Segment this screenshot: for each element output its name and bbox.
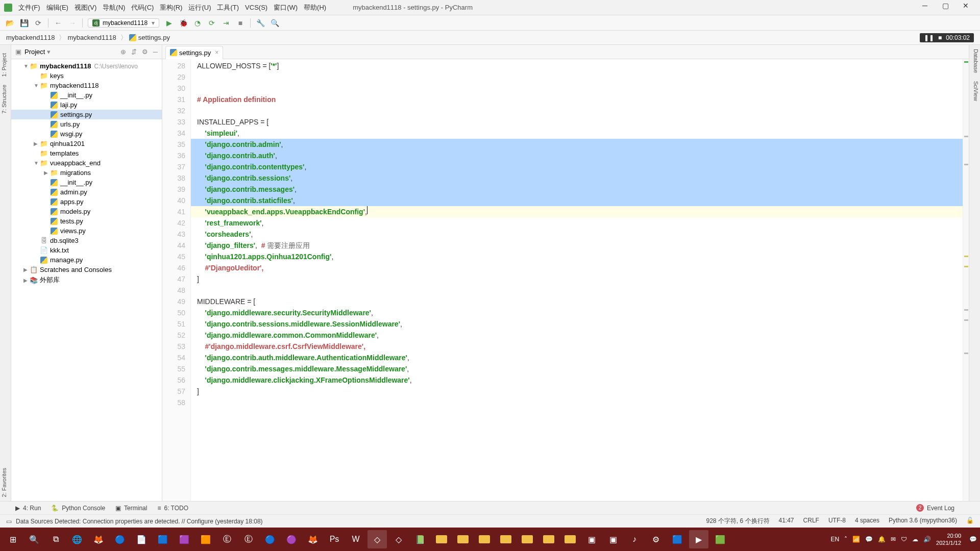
code-line[interactable]: 'django.contrib.contenttypes', <box>191 161 963 172</box>
settings-icon[interactable]: ⚙ <box>142 48 148 56</box>
app-icon[interactable]: 🟪 <box>175 530 194 548</box>
code-line[interactable]: 'django.contrib.sessions', <box>191 172 963 184</box>
status-indent[interactable]: 4 spaces <box>855 517 879 525</box>
app-icon[interactable]: 🟣 <box>282 530 301 548</box>
tree-item[interactable]: tests.py <box>11 216 162 226</box>
code-line[interactable]: 'django.contrib.admin', <box>191 139 963 150</box>
app-icon[interactable]: 🌐 <box>67 530 87 548</box>
menu-item[interactable]: VCS(S) <box>245 4 267 11</box>
tray-icon[interactable]: ✉ <box>891 536 896 543</box>
menu-item[interactable]: 视图(V) <box>75 4 96 11</box>
side-tab-sciview[interactable]: SciView <box>969 77 980 105</box>
breadcrumb-item[interactable]: settings.py <box>138 34 170 41</box>
tree-item[interactable]: 📄kkk.txt <box>11 245 162 255</box>
code-line[interactable] <box>191 83 963 94</box>
editor-body[interactable]: 2829303132333435363738394041424344454647… <box>162 59 969 501</box>
side-tab-structure[interactable]: 7: Structure <box>0 81 11 118</box>
search-button[interactable]: 🔍 <box>24 530 44 548</box>
folder-icon[interactable] <box>539 530 558 548</box>
app-icon[interactable]: 🟩 <box>710 530 730 548</box>
code-line[interactable] <box>191 105 963 116</box>
app-icon[interactable]: 🔵 <box>260 530 280 548</box>
folder-icon[interactable] <box>496 530 516 548</box>
marker-strip[interactable] <box>963 59 969 501</box>
tree-item[interactable]: ▼📁vueappback_end <box>11 158 162 168</box>
menu-item[interactable]: 编辑(E) <box>46 4 68 11</box>
tray-icon[interactable]: 📶 <box>852 536 860 543</box>
app-icon[interactable]: ▣ <box>603 530 623 548</box>
run-tool-tab[interactable]: ▶ 4: Run <box>15 505 41 512</box>
debug-button[interactable]: 🐞 <box>179 18 188 28</box>
app-icon[interactable]: 🟧 <box>196 530 215 548</box>
task-view-button[interactable]: ⧉ <box>46 530 65 548</box>
tree-item[interactable]: 🗄db.sqlite3 <box>11 236 162 245</box>
app-icon[interactable]: ⚙ <box>646 530 666 548</box>
code-line[interactable]: #'DjangoUeditor', <box>191 262 963 273</box>
menu-item[interactable]: 文件(F) <box>18 4 40 11</box>
app-icon[interactable]: 🦊 <box>89 530 108 548</box>
pause-icon[interactable]: ❚❚ <box>924 34 934 41</box>
python-console-tab[interactable]: 🐍 Python Console <box>51 505 105 512</box>
code-line[interactable]: 'django.contrib.messages.middleware.Mess… <box>191 363 963 374</box>
settings-icon[interactable]: 🔧 <box>256 18 265 28</box>
app-icon[interactable]: 🔵 <box>110 530 130 548</box>
code-line[interactable]: 'django.middleware.clickjacking.XFrameOp… <box>191 374 963 386</box>
status-icon[interactable]: ▭ <box>6 518 12 525</box>
notification-center-icon[interactable]: 💬 <box>969 536 977 543</box>
expand-icon[interactable]: ⇵ <box>131 48 137 56</box>
forward-icon[interactable]: → <box>68 18 77 28</box>
code-line[interactable]: 'corsheaders', <box>191 229 963 240</box>
code-content[interactable]: ALLOWED_HOSTS = ['*']# Application defin… <box>191 59 963 501</box>
collapse-icon[interactable]: ─ <box>153 48 158 56</box>
tree-item[interactable]: ▶📁migrations <box>11 168 162 178</box>
folder-icon[interactable] <box>453 530 473 548</box>
code-line[interactable]: ] <box>191 273 963 285</box>
maximize-button[interactable]: ▢ <box>935 2 955 14</box>
menu-item[interactable]: 运行(U) <box>188 4 211 11</box>
todo-tab[interactable]: ≡ 6: TODO <box>157 505 188 512</box>
tree-item[interactable]: apps.py <box>11 197 162 207</box>
tree-item[interactable]: 📁keys <box>11 71 162 81</box>
app-icon[interactable]: Ps <box>325 530 344 548</box>
save-icon[interactable]: 💾 <box>19 18 29 28</box>
code-line[interactable]: 'django.contrib.sessions.middleware.Sess… <box>191 318 963 330</box>
taskbar-clock[interactable]: 20:002021/1/12 <box>936 532 964 546</box>
app-icon[interactable]: 🟦 <box>153 530 173 548</box>
status-eol[interactable]: CRLF <box>803 517 819 525</box>
back-icon[interactable]: ← <box>54 18 63 28</box>
app-icon[interactable]: Ⓔ <box>217 530 237 548</box>
folder-icon[interactable] <box>432 530 451 548</box>
tree-item[interactable]: ▶📁qinhua1201 <box>11 139 162 148</box>
status-lock-icon[interactable]: 🔓 <box>966 517 974 525</box>
tree-item[interactable]: urls.py <box>11 119 162 129</box>
code-line[interactable]: ALLOWED_HOSTS = ['*'] <box>191 60 963 71</box>
side-tab-project[interactable]: 1: Project <box>0 49 11 81</box>
code-line[interactable]: 💡 'vueappback_end.apps.VueappbackEndConf… <box>191 206 963 217</box>
side-tab-database[interactable]: Database <box>969 45 980 77</box>
code-line[interactable]: 'django.middleware.security.SecurityMidd… <box>191 307 963 318</box>
run-configuration-dropdown[interactable]: dj mybackend1118 ▾ <box>88 18 159 28</box>
folder-icon[interactable] <box>560 530 580 548</box>
status-encoding[interactable]: UTF-8 <box>828 517 846 525</box>
code-line[interactable]: 'django.contrib.auth.middleware.Authenti… <box>191 352 963 363</box>
folder-icon[interactable] <box>475 530 494 548</box>
stop-button[interactable]: ■ <box>236 18 245 28</box>
tray-icon[interactable]: 💬 <box>865 536 873 543</box>
side-tab-favorites[interactable]: 2: Favorites <box>0 464 11 501</box>
start-button[interactable]: ⊞ <box>3 530 22 548</box>
code-line[interactable]: #'django.middleware.csrf.CsrfViewMiddlew… <box>191 341 963 352</box>
code-line[interactable]: MIDDLEWARE = [ <box>191 296 963 307</box>
tree-item[interactable]: admin.py <box>11 187 162 197</box>
tree-item[interactable]: views.py <box>11 226 162 236</box>
tree-item[interactable]: ▼📁mybackend1118 <box>11 81 162 90</box>
menu-item[interactable]: 重构(R) <box>160 4 182 11</box>
code-line[interactable] <box>191 285 963 296</box>
tray-icon[interactable]: 🛡 <box>901 536 907 543</box>
app-icon[interactable]: Ⓔ <box>239 530 258 548</box>
tree-item[interactable]: models.py <box>11 207 162 216</box>
pycharm-taskbar-icon[interactable]: ◇ <box>368 530 387 548</box>
tree-item[interactable]: manage.py <box>11 255 162 265</box>
search-icon[interactable]: 🔍 <box>270 18 279 28</box>
tree-item[interactable]: ▶📚外部库 <box>11 274 162 286</box>
minimize-button[interactable]: ─ <box>915 2 935 14</box>
